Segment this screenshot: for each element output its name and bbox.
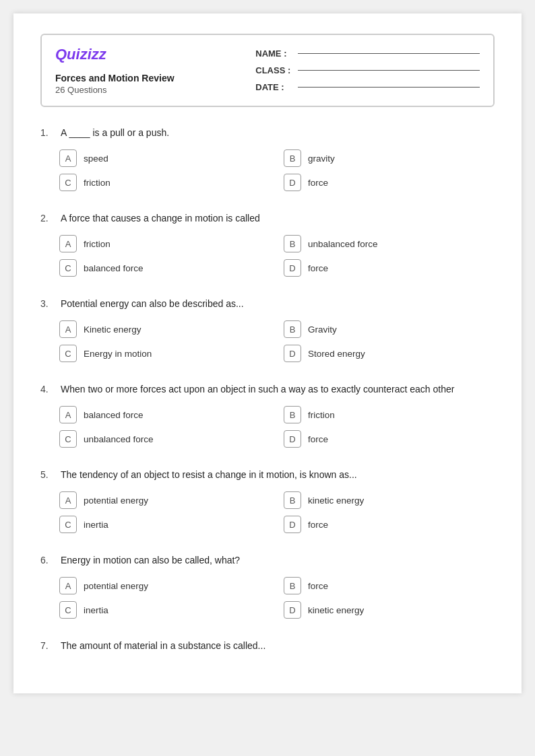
question-3-options: AKinetic energyBGravityCEnergy in motion… <box>40 320 495 362</box>
question-6-options: Apotential energyBforceCinertiaDkinetic … <box>40 577 495 619</box>
question-5-option-d[interactable]: Dforce <box>284 516 495 533</box>
option-letter-b: B <box>284 235 301 252</box>
option-letter-c: C <box>59 174 77 191</box>
question-5-option-b[interactable]: Bkinetic energy <box>284 491 495 509</box>
header: Quizizz Forces and Motion Review 26 Ques… <box>40 34 495 107</box>
question-2-option-c[interactable]: Cbalanced force <box>59 259 270 277</box>
question-3-option-a[interactable]: AKinetic energy <box>59 320 270 338</box>
option-text-d: force <box>308 178 328 188</box>
question-5: 5.The tendency of an object to resist a … <box>40 468 495 533</box>
question-5-number: 5. <box>40 468 55 482</box>
question-4-body: When two or more forces act upon an obje… <box>61 382 454 397</box>
question-5-option-a[interactable]: Apotential energy <box>59 491 270 509</box>
option-letter-c: C <box>59 430 77 448</box>
question-6-body: Energy in motion can also be called, wha… <box>61 553 240 568</box>
question-1-option-d[interactable]: Dforce <box>284 174 495 191</box>
question-4-option-d[interactable]: Dforce <box>284 430 495 448</box>
question-3: 3.Potential energy can also be described… <box>40 297 495 362</box>
option-text-d: Stored energy <box>308 349 365 359</box>
option-letter-c: C <box>59 601 77 619</box>
question-4-option-a[interactable]: Abalanced force <box>59 406 270 423</box>
question-1-options: AspeedBgravityCfrictionDforce <box>40 149 495 191</box>
class-line <box>298 70 480 71</box>
option-letter-d: D <box>284 516 301 533</box>
option-letter-a: A <box>59 406 77 423</box>
quiz-count: 26 Questions <box>55 85 242 95</box>
question-5-options: Apotential energyBkinetic energyCinertia… <box>40 491 495 533</box>
question-2-text: 2.A force that causes a change in motion… <box>40 211 495 226</box>
option-text-c: friction <box>84 178 111 188</box>
class-label: CLASS : <box>255 65 292 75</box>
option-text-c: Energy in motion <box>84 349 152 359</box>
header-left: Quizizz Forces and Motion Review 26 Ques… <box>55 46 242 95</box>
option-letter-d: D <box>284 345 301 362</box>
option-letter-a: A <box>59 491 77 509</box>
name-label: NAME : <box>255 48 292 59</box>
question-1-option-a[interactable]: Aspeed <box>59 149 270 167</box>
option-letter-d: D <box>284 601 301 619</box>
question-3-body: Potential energy can also be described a… <box>61 297 244 311</box>
question-6-number: 6. <box>40 553 55 568</box>
question-4-text: 4.When two or more forces act upon an ob… <box>40 382 495 397</box>
question-4-option-b[interactable]: Bfriction <box>284 406 495 423</box>
question-6-option-b[interactable]: Bforce <box>284 577 495 594</box>
option-letter-a: A <box>59 149 77 167</box>
question-3-text: 3.Potential energy can also be described… <box>40 297 495 311</box>
option-text-a: speed <box>84 153 108 164</box>
option-letter-b: B <box>284 320 301 338</box>
date-field-row: DATE : <box>255 82 480 92</box>
question-2-option-d[interactable]: Dforce <box>284 259 495 277</box>
question-3-option-c[interactable]: CEnergy in motion <box>59 345 270 362</box>
question-5-option-c[interactable]: Cinertia <box>59 516 270 533</box>
option-text-b: force <box>308 581 328 591</box>
question-3-option-b[interactable]: BGravity <box>284 320 495 338</box>
question-2: 2.A force that causes a change in motion… <box>40 211 495 277</box>
option-letter-d: D <box>284 174 301 191</box>
question-3-option-d[interactable]: DStored energy <box>284 345 495 362</box>
question-4-option-c[interactable]: Cunbalanced force <box>59 430 270 448</box>
option-letter-d: D <box>284 430 301 448</box>
question-7: 7.The amount of material in a substance … <box>40 639 495 653</box>
question-1: 1.A ____ is a pull or a push.AspeedBgrav… <box>40 126 495 191</box>
option-text-c: unbalanced force <box>84 434 154 444</box>
question-4-number: 4. <box>40 382 55 397</box>
option-text-b: gravity <box>308 153 335 164</box>
option-letter-c: C <box>59 259 77 277</box>
question-1-option-c[interactable]: Cfriction <box>59 174 270 191</box>
option-letter-a: A <box>59 235 77 252</box>
question-6-option-c[interactable]: Cinertia <box>59 601 270 619</box>
question-6-option-a[interactable]: Apotential energy <box>59 577 270 594</box>
option-text-d: kinetic energy <box>308 605 364 615</box>
option-letter-c: C <box>59 345 77 362</box>
question-2-option-a[interactable]: Afriction <box>59 235 270 252</box>
option-letter-c: C <box>59 516 77 533</box>
option-letter-d: D <box>284 259 301 277</box>
header-right: NAME : CLASS : DATE : <box>255 46 480 95</box>
option-text-a: potential energy <box>84 495 148 506</box>
question-5-body: The tendency of an object to resist a ch… <box>61 468 357 482</box>
question-2-number: 2. <box>40 211 55 226</box>
option-text-b: unbalanced force <box>308 239 378 249</box>
question-7-body: The amount of material in a substance is… <box>61 639 265 653</box>
option-text-a: balanced force <box>84 410 144 420</box>
question-1-text: 1.A ____ is a pull or a push. <box>40 126 495 140</box>
option-text-d: force <box>308 434 328 444</box>
question-6-option-d[interactable]: Dkinetic energy <box>284 601 495 619</box>
question-4-options: Abalanced forceBfrictionCunbalanced forc… <box>40 406 495 448</box>
question-6-text: 6.Energy in motion can also be called, w… <box>40 553 495 568</box>
class-field-row: CLASS : <box>255 65 480 75</box>
question-1-option-b[interactable]: Bgravity <box>284 149 495 167</box>
question-3-number: 3. <box>40 297 55 311</box>
option-text-d: force <box>308 520 328 530</box>
question-2-body: A force that causes a change in motion i… <box>61 211 260 226</box>
question-2-options: AfrictionBunbalanced forceCbalanced forc… <box>40 235 495 277</box>
question-1-body: A ____ is a pull or a push. <box>61 126 169 140</box>
option-letter-b: B <box>284 406 301 423</box>
option-text-b: Gravity <box>308 324 337 335</box>
question-6: 6.Energy in motion can also be called, w… <box>40 553 495 619</box>
option-text-c: inertia <box>84 605 108 615</box>
option-text-a: Kinetic energy <box>84 324 141 335</box>
option-text-d: force <box>308 263 328 273</box>
question-2-option-b[interactable]: Bunbalanced force <box>284 235 495 252</box>
question-7-text: 7.The amount of material in a substance … <box>40 639 495 653</box>
